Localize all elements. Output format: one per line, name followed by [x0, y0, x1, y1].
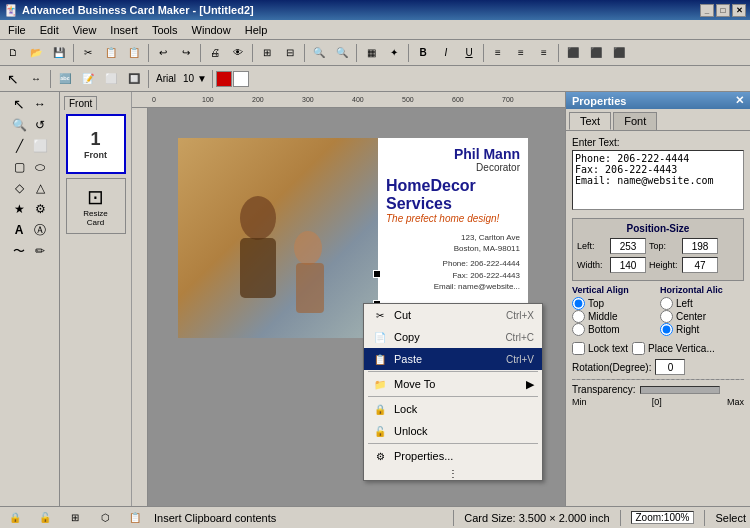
v-top-radio[interactable] [572, 297, 585, 310]
zoom-in-button[interactable]: 🔍 [308, 42, 330, 64]
star-tool[interactable]: ★ [9, 199, 29, 219]
menu-tools[interactable]: Tools [146, 23, 184, 37]
print-preview-button[interactable]: 👁 [227, 42, 249, 64]
paste-button[interactable]: 📋 [123, 42, 145, 64]
tool-row-3: ╱ ⬜ [9, 136, 50, 156]
menu-help[interactable]: Help [239, 23, 274, 37]
menu-insert[interactable]: Insert [104, 23, 144, 37]
h-left-radio[interactable] [660, 297, 673, 310]
tool5[interactable]: ⬜ [100, 68, 122, 90]
extra2-button[interactable]: ⬛ [562, 42, 584, 64]
status-icon-3[interactable]: ⊞ [64, 507, 86, 529]
transparency-slider[interactable] [640, 386, 720, 394]
card-thumbnail[interactable]: 1 Front [66, 114, 126, 174]
properties-close-button[interactable]: ✕ [735, 94, 744, 107]
align-right-button[interactable]: ≡ [533, 42, 555, 64]
resize-card-button[interactable]: ⊡ Resize Card [66, 178, 126, 234]
front-tab[interactable]: Front [64, 96, 97, 110]
menu-edit[interactable]: Edit [34, 23, 65, 37]
new-button[interactable]: 🗋 [2, 42, 24, 64]
curved-text-tool[interactable]: Ⓐ [30, 220, 50, 240]
align-left-button[interactable]: ≡ [487, 42, 509, 64]
rounded-rect-tool[interactable]: ▢ [9, 157, 29, 177]
grid2-button[interactable]: ⊟ [279, 42, 301, 64]
arrow-tool[interactable]: ↖ [9, 94, 29, 114]
menu-window[interactable]: Window [186, 23, 237, 37]
gear-tool[interactable]: ⚙ [30, 199, 50, 219]
menu-file[interactable]: File [2, 23, 32, 37]
bold-button[interactable]: B [412, 42, 434, 64]
card-fax: Fax: 206-222-4443 [386, 270, 520, 281]
top-input[interactable] [682, 238, 718, 254]
save-button[interactable]: 💾 [48, 42, 70, 64]
height-input[interactable] [682, 257, 718, 273]
color-btn[interactable] [216, 71, 232, 87]
ctx-properties[interactable]: ⚙ Properties... [364, 445, 542, 467]
status-icon-2[interactable]: 🔓 [34, 507, 56, 529]
triangle-tool[interactable]: △ [30, 178, 50, 198]
font-size-select[interactable]: 10 ▼ [181, 73, 209, 84]
place-vertical-checkbox[interactable] [632, 342, 645, 355]
align-center-button[interactable]: ≡ [510, 42, 532, 64]
close-button[interactable]: ✕ [732, 4, 746, 17]
ctx-cut[interactable]: ✂ Cut Ctrl+X [364, 304, 542, 326]
cut-button[interactable]: ✂ [77, 42, 99, 64]
menu-view[interactable]: View [67, 23, 103, 37]
grid-button[interactable]: ⊞ [256, 42, 278, 64]
ctx-copy[interactable]: 📄 Copy Ctrl+C [364, 326, 542, 348]
text-input[interactable] [572, 150, 744, 210]
underline-button[interactable]: U [458, 42, 480, 64]
canvas-content[interactable]: Phil Mann Decorator HomeDecor Services T… [148, 108, 565, 506]
copy-button[interactable]: 📋 [100, 42, 122, 64]
open-button[interactable]: 📂 [25, 42, 47, 64]
selection-handle-1[interactable] [373, 270, 381, 278]
ellipse-tool[interactable]: ⬭ [30, 157, 50, 177]
h-right-radio[interactable] [660, 323, 673, 336]
rotation-input[interactable] [655, 359, 685, 375]
rotate-tool[interactable]: ↺ [30, 115, 50, 135]
v-middle-radio[interactable] [572, 310, 585, 323]
diamond-tool[interactable]: ◇ [9, 178, 29, 198]
zoom-tool[interactable]: 🔍 [9, 115, 29, 135]
width-input[interactable] [610, 257, 646, 273]
line-tool[interactable]: ╱ [9, 136, 29, 156]
print-button[interactable]: 🖨 [204, 42, 226, 64]
tool6[interactable]: 🔲 [123, 68, 145, 90]
table-button[interactable]: ▦ [360, 42, 382, 64]
text-tool[interactable]: A [9, 220, 29, 240]
tool2[interactable]: ↔ [25, 68, 47, 90]
extra3-button[interactable]: ⬛ [585, 42, 607, 64]
rect-tool[interactable]: ⬜ [30, 136, 50, 156]
ctx-paste[interactable]: 📋 Paste Ctrl+V [364, 348, 542, 370]
maximize-button[interactable]: □ [716, 4, 730, 17]
hand-tool[interactable]: ↔ [30, 94, 50, 114]
undo-button[interactable]: ↩ [152, 42, 174, 64]
left-input[interactable] [610, 238, 646, 254]
status-icon-1[interactable]: 🔒 [4, 507, 26, 529]
status-icon-4[interactable]: ⬡ [94, 507, 116, 529]
zoom-out-button[interactable]: 🔍 [331, 42, 353, 64]
extra-button[interactable]: ✦ [383, 42, 405, 64]
h-center-radio[interactable] [660, 310, 673, 323]
tool3[interactable]: 🔤 [54, 68, 76, 90]
redo-button[interactable]: ↪ [175, 42, 197, 64]
bg-color-btn[interactable] [233, 71, 249, 87]
tool4[interactable]: 📝 [77, 68, 99, 90]
extra4-button[interactable]: ⬛ [608, 42, 630, 64]
ctx-unlock[interactable]: 🔓 Unlock [364, 420, 542, 442]
pen-tool[interactable]: ✏ [30, 241, 50, 261]
lock-text-checkbox[interactable] [572, 342, 585, 355]
font-name[interactable]: Arial [152, 73, 180, 84]
select-button[interactable]: ↖ [2, 68, 24, 90]
ctx-cut-shortcut: Ctrl+X [506, 310, 534, 321]
tab-font[interactable]: Font [613, 112, 657, 130]
minimize-button[interactable]: _ [700, 4, 714, 17]
italic-button[interactable]: I [435, 42, 457, 64]
ctx-moveto[interactable]: 📁 Move To ▶ [364, 373, 542, 395]
status-icon-5[interactable]: 📋 [124, 507, 146, 529]
tab-text[interactable]: Text [569, 112, 611, 130]
ctx-more: ⋮ [364, 467, 542, 480]
wavy-tool[interactable]: 〜 [9, 241, 29, 261]
v-bottom-radio[interactable] [572, 323, 585, 336]
ctx-lock[interactable]: 🔒 Lock [364, 398, 542, 420]
